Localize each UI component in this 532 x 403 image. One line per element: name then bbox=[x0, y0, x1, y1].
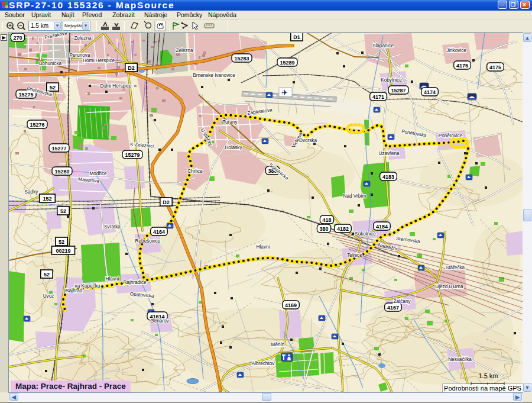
svg-text:Zatčany: Zatčany bbox=[393, 299, 411, 304]
svg-text:Hlavni: Hlavni bbox=[106, 276, 119, 282]
svg-text:380: 380 bbox=[319, 226, 328, 232]
svg-text:Tuřany: Tuřany bbox=[222, 120, 238, 125]
svg-text:52: 52 bbox=[59, 239, 64, 245]
svg-text:Horni Herspice: Horni Herspice bbox=[83, 58, 115, 63]
svg-text:152: 152 bbox=[43, 196, 51, 202]
svg-text:Dolni Herspice: Dolni Herspice bbox=[100, 83, 132, 89]
svg-text:Chrlice: Chrlice bbox=[187, 169, 203, 174]
svg-text:4171: 4171 bbox=[372, 94, 384, 100]
svg-text:Bohunicka: Bohunicka bbox=[39, 61, 62, 66]
svg-text:D1: D1 bbox=[293, 34, 300, 40]
svg-text:Uvoz: Uvoz bbox=[43, 294, 54, 299]
svg-text:Uzavřena: Uzavřena bbox=[378, 151, 399, 156]
svg-text:Rajhrad: Rajhrad bbox=[66, 288, 83, 294]
svg-text:418: 418 bbox=[322, 217, 331, 223]
svg-text:D2: D2 bbox=[128, 65, 135, 71]
svg-text:4175: 4175 bbox=[489, 65, 501, 70]
svg-text:4164: 4164 bbox=[153, 229, 165, 235]
svg-text:Zelezna: Zelezna bbox=[176, 48, 193, 53]
svg-text:Jirikovice: Jirikovice bbox=[446, 48, 466, 53]
svg-text:D2: D2 bbox=[163, 199, 170, 205]
svg-text:4183: 4183 bbox=[382, 174, 394, 180]
svg-text:Rebešovice: Rebešovice bbox=[135, 238, 161, 244]
svg-text:4175: 4175 bbox=[456, 63, 468, 69]
svg-text:15289: 15289 bbox=[280, 60, 294, 66]
svg-text:4182: 4182 bbox=[337, 226, 349, 232]
svg-text:Albrechtov: Albrechtov bbox=[252, 361, 275, 366]
svg-text:Ponětovice: Ponětovice bbox=[439, 133, 463, 138]
svg-text:15275: 15275 bbox=[18, 92, 33, 98]
svg-text:Sokolnice: Sokolnice bbox=[355, 231, 376, 237]
svg-text:Perunova: Perunova bbox=[69, 53, 90, 58]
svg-text:Rajhradice: Rajhradice bbox=[123, 280, 147, 285]
svg-text:00219: 00219 bbox=[56, 248, 70, 254]
svg-text:Holasky: Holasky bbox=[225, 145, 242, 150]
svg-text:Nesvačilka: Nesvačilka bbox=[448, 357, 472, 362]
svg-text:52: 52 bbox=[60, 208, 66, 214]
svg-text:va Kopečku: va Kopečku bbox=[75, 283, 100, 289]
svg-text:15279: 15279 bbox=[125, 152, 140, 158]
svg-text:Brnenske Ivanovice: Brnenske Ivanovice bbox=[193, 73, 235, 78]
svg-text:Kobylnice: Kobylnice bbox=[381, 78, 402, 83]
svg-text:4167: 4167 bbox=[387, 305, 399, 311]
svg-text:✈: ✈ bbox=[281, 88, 288, 97]
svg-text:15280: 15280 bbox=[54, 169, 69, 175]
svg-text:Ujezd u Brna: Ujezd u Brna bbox=[435, 284, 463, 289]
svg-text:Otmarov: Otmarov bbox=[150, 318, 169, 324]
svg-text:4184: 4184 bbox=[376, 224, 388, 230]
svg-text:Zelezna: Zelezna bbox=[74, 36, 92, 41]
svg-text:15287: 15287 bbox=[391, 88, 406, 94]
svg-text:Svratka: Svratka bbox=[104, 224, 121, 230]
svg-text:4174: 4174 bbox=[424, 89, 436, 95]
svg-text:Nad Vrbím: Nad Vrbím bbox=[343, 194, 366, 199]
svg-text:Stařečka: Stařečka bbox=[446, 265, 465, 270]
svg-text:270: 270 bbox=[13, 35, 22, 41]
svg-text:4169: 4169 bbox=[285, 302, 297, 308]
svg-text:Slapanice: Slapanice bbox=[372, 43, 394, 49]
svg-text:Dvorska: Dvorska bbox=[299, 138, 317, 143]
svg-text:Telnice: Telnice bbox=[347, 253, 362, 258]
svg-text:52: 52 bbox=[50, 85, 56, 91]
svg-text:15283: 15283 bbox=[234, 56, 249, 62]
svg-text:Sadky: Sadky bbox=[25, 189, 39, 195]
svg-text:Modřice: Modřice bbox=[89, 171, 107, 176]
svg-text:Hlavni: Hlavni bbox=[257, 244, 270, 250]
svg-text:52: 52 bbox=[44, 272, 50, 278]
svg-text:15277: 15277 bbox=[51, 146, 66, 151]
svg-text:15276: 15276 bbox=[30, 122, 44, 128]
svg-text:Měnín: Měnín bbox=[271, 342, 285, 347]
